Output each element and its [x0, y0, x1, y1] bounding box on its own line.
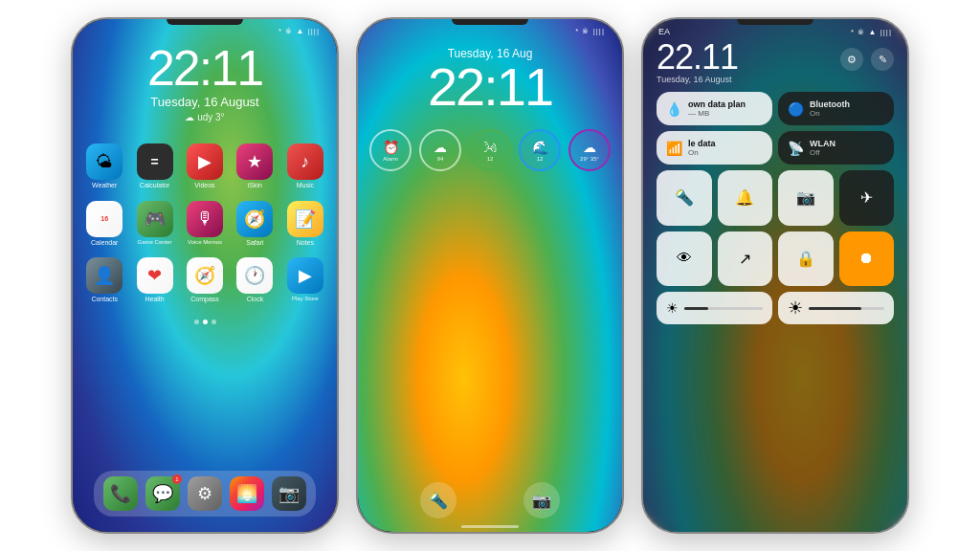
dock-camera[interactable]: 📷 — [272, 476, 306, 511]
mobile-data-tile[interactable]: 📶 le data On — [657, 131, 772, 165]
app-gamecenter[interactable]: 🎮Game Center — [132, 201, 176, 247]
app-safari[interactable]: 🧭Safari — [233, 201, 277, 247]
alarm-icon: ⏰ — [383, 140, 399, 155]
brightness-low-icon: ☀ — [666, 300, 679, 316]
bluetooth-tile[interactable]: 🔵 Bluetooth On — [778, 92, 894, 125]
brightness-low-tile[interactable]: ☀ — [657, 292, 772, 324]
app-grid-row2: 16Calendar 🎮Game Center 🎙Voice Memos 🧭Sa… — [73, 191, 337, 247]
app-iskin[interactable]: ★iSkin — [233, 143, 277, 189]
wlan-tile[interactable]: 📡 WLAN Off — [778, 131, 894, 165]
phone-2-widgets: ⏰ Alarm ☁ 94 🌬 12 🌊 12 ☁ 29° 35° — [358, 129, 622, 171]
phone-3-time: 22.11 — [657, 40, 738, 75]
bluetooth-icon: 🔵 — [788, 101, 804, 117]
control-row5: 👁 ↗ 🔒 ⏺ — [653, 231, 898, 287]
app-contacts[interactable]: 👤Contacts — [82, 257, 126, 303]
app-grid-row3: 👤Contacts ❤Health 🧭Compass 🕐Clock ▶Play … — [73, 248, 337, 303]
app-playstore[interactable]: ▶Play Store — [283, 257, 327, 303]
control-grid: 💧 own data plan — MB 🔵 Bluetooth — [653, 92, 898, 165]
dock-phone[interactable]: 📞 — [103, 476, 138, 511]
phone-2: * ※ |||| Tuesday, 16 Aug 22:11 ⏰ Alarm ☁… — [356, 17, 624, 534]
phone-1-status: * ※ ▲ |||| — [73, 19, 337, 35]
app-compass[interactable]: 🧭Compass — [183, 257, 227, 303]
phone-2-bg: * ※ |||| Tuesday, 16 Aug 22:11 ⏰ Alarm ☁… — [358, 19, 622, 532]
app-voicememos[interactable]: 🎙Voice Memos — [183, 201, 227, 247]
app-clock[interactable]: 🕐Clock — [233, 257, 277, 303]
phone-3-header-icons: ⚙ ✎ — [840, 48, 894, 71]
widget-temp: ☁ 29° 35° — [568, 129, 611, 171]
home-indicator — [461, 525, 519, 528]
app-calculator[interactable]: =Calculator — [132, 143, 176, 189]
flashlight-tile[interactable]: 🔦 — [657, 170, 712, 226]
user-initials: EA — [658, 27, 670, 36]
camera-button[interactable]: 📷 — [523, 482, 560, 518]
control-row4: 🔦 🔔 📷 ✈ — [653, 170, 898, 226]
status-icons-3: * ※ ▲ |||| — [851, 28, 892, 36]
phone-2-screen: * ※ |||| Tuesday, 16 Aug 22:11 ⏰ Alarm ☁… — [358, 19, 622, 532]
phone-3-date: Tuesday, 16 August — [657, 75, 738, 84]
lock-tile[interactable]: 🔒 — [778, 231, 834, 287]
brightness-high-tile[interactable]: ☀ — [778, 292, 894, 324]
flashlight-button[interactable]: 🔦 — [420, 482, 457, 518]
temp-icon: ☁ — [583, 140, 596, 155]
app-notes[interactable]: 📝Notes — [283, 201, 327, 247]
phone-3-header: 22.11 Tuesday, 16 August ⚙ ✎ — [653, 40, 898, 84]
phone-3-time-block: 22.11 Tuesday, 16 August — [657, 40, 738, 84]
widget-alarm: ⏰ Alarm — [369, 129, 412, 171]
phone-2-time: 22:11 — [358, 60, 622, 114]
phone-1-time: 22:11 — [73, 43, 337, 93]
phone-1: * ※ ▲ |||| 22:11 Tuesday, 16 August ☁ ud… — [71, 17, 339, 534]
phone-3-status: EA * ※ ▲ |||| — [653, 27, 898, 36]
widget-wave: 🌊 12 — [519, 129, 561, 171]
data-plan-icon: 💧 — [666, 101, 682, 117]
phone-3-content: EA * ※ ▲ |||| 22.11 Tuesday, 16 August ⚙… — [643, 19, 907, 324]
brightness-high-icon: ☀ — [788, 298, 803, 319]
phone-2-status: * ※ |||| — [358, 19, 622, 35]
app-health[interactable]: ❤Health — [132, 257, 176, 303]
wind-icon: 🌬 — [483, 140, 497, 155]
app-calendar[interactable]: 16Calendar — [82, 201, 126, 247]
phone-1-weather: ☁ udy 3° — [73, 112, 337, 122]
dock: 📞 💬1 ⚙ 🌅 📷 — [94, 471, 316, 517]
app-grid-row1: 🌤Weather =Calculator ▶Videos ★iSkin ♪Mus… — [73, 134, 337, 189]
settings-icon-btn[interactable]: ⚙ — [840, 48, 863, 71]
camera-tile[interactable]: 📷 — [778, 170, 834, 226]
mobile-data-icon: 📶 — [666, 141, 682, 156]
app-music[interactable]: ♪Music — [283, 143, 327, 189]
app-weather[interactable]: 🌤Weather — [82, 143, 126, 189]
status-icons-2: * ※ |||| — [575, 27, 605, 35]
status-icons: * ※ ▲ |||| — [278, 27, 320, 35]
data-plan-tile[interactable]: 💧 own data plan — MB — [657, 92, 772, 125]
cloud-icon: ☁ — [434, 140, 447, 155]
phone-3-screen: EA * ※ ▲ |||| 22.11 Tuesday, 16 August ⚙… — [643, 19, 907, 532]
wlan-icon: 📡 — [788, 141, 804, 156]
dock-settings[interactable]: ⚙ — [188, 476, 222, 511]
eye-tile[interactable]: 👁 — [657, 231, 712, 287]
widget-weather1: ☁ 94 — [419, 129, 461, 171]
phone-3: EA * ※ ▲ |||| 22.11 Tuesday, 16 August ⚙… — [641, 17, 909, 534]
record-tile[interactable]: ⏺ — [839, 231, 895, 287]
widget-wind: 🌬 12 — [469, 129, 511, 171]
app-videos[interactable]: ▶Videos — [183, 143, 227, 189]
phone-3-bg: EA * ※ ▲ |||| 22.11 Tuesday, 16 August ⚙… — [643, 19, 907, 532]
bell-tile[interactable]: 🔔 — [718, 170, 773, 226]
phone-1-bg: * ※ ▲ |||| 22:11 Tuesday, 16 August ☁ ud… — [73, 19, 337, 532]
brightness-row: ☀ ☀ — [653, 292, 898, 324]
dock-messages[interactable]: 💬1 — [145, 476, 180, 511]
dock-photos[interactable]: 🌅 — [230, 476, 264, 511]
phone-2-bottom: 🔦 📷 — [358, 482, 622, 518]
phone-1-screen: * ※ ▲ |||| 22:11 Tuesday, 16 August ☁ ud… — [73, 19, 337, 532]
phone-1-clock: 22:11 Tuesday, 16 August ☁ udy 3° — [73, 43, 337, 122]
edit-icon-btn[interactable]: ✎ — [871, 48, 894, 71]
location-tile[interactable]: ↗ — [718, 231, 773, 287]
phone-1-date: Tuesday, 16 August — [73, 95, 337, 109]
page-dots — [73, 311, 337, 328]
airplane-tile[interactable]: ✈ — [839, 170, 895, 226]
wave-icon: 🌊 — [532, 140, 548, 155]
